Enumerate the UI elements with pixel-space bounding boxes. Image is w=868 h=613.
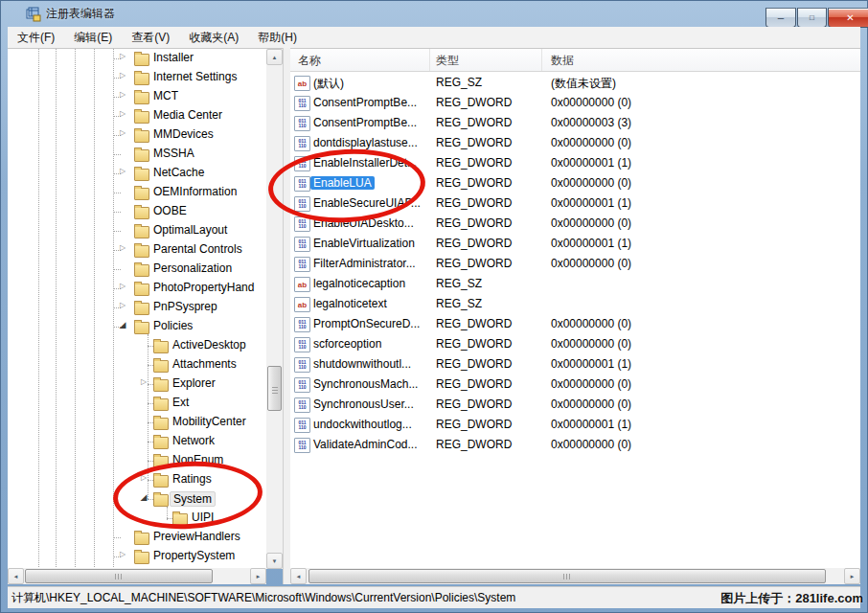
column-header-type[interactable]: 类型 (436, 53, 459, 69)
registry-value-row[interactable]: 011 110EnableUIADeskto...REG_DWORD0x0000… (290, 214, 860, 234)
list-hscrollbar-thumb[interactable] (308, 569, 826, 583)
expand-arrow-icon[interactable]: ▷ (117, 71, 128, 79)
registry-value-row[interactable]: 011 110EnableSecureUIAP...REG_DWORD0x000… (290, 193, 860, 214)
tree-item-label[interactable]: UIPI (189, 511, 217, 524)
expand-arrow-icon[interactable]: ▷ (138, 473, 149, 482)
tree-item-parental-controls[interactable]: ▷Parental Controls (8, 240, 283, 260)
menu-item-1[interactable]: 编辑(E) (64, 27, 122, 48)
tree-item-policies[interactable]: ◢Policies (8, 317, 283, 336)
menu-item-0[interactable]: 文件(F) (8, 27, 64, 48)
scroll-right-button[interactable]: ► (250, 568, 266, 584)
menu-item-3[interactable]: 收藏夹(A) (179, 27, 248, 48)
value-name[interactable]: SynchronousUser... (313, 397, 414, 411)
expand-arrow-icon[interactable]: ▷ (117, 52, 128, 60)
expand-arrow-icon[interactable]: ▷ (117, 90, 128, 99)
value-name[interactable]: ConsentPromptBe... (313, 116, 417, 129)
registry-value-row[interactable]: ablegalnoticecaptionREG_SZ (290, 274, 860, 294)
tree-item-label[interactable]: NetCache (150, 166, 207, 179)
tree-item-explorer[interactable]: ▷Explorer (8, 375, 283, 394)
tree-item-mssha[interactable]: MSSHA (8, 145, 283, 164)
registry-value-row[interactable]: 011 110scforceoptionREG_DWORD0x00000000 … (290, 334, 860, 354)
tree-item-label[interactable]: OOBE (150, 204, 190, 217)
tree-hscrollbar-thumb[interactable] (25, 569, 213, 583)
value-name[interactable]: legalnoticetext (313, 297, 387, 310)
value-name[interactable]: FilterAdministrator... (313, 257, 416, 270)
collapse-arrow-icon[interactable]: ◢ (117, 320, 128, 329)
registry-value-row[interactable]: 011 110shutdownwithoutl...REG_DWORD0x000… (290, 354, 860, 375)
expand-arrow-icon[interactable]: ▷ (117, 109, 128, 118)
registry-value-row[interactable]: ab(默认)REG_SZ(数值未设置) (290, 73, 860, 93)
value-name[interactable]: undockwithoutlog... (313, 418, 412, 431)
expand-arrow-icon[interactable]: ▷ (117, 550, 128, 558)
column-header-name[interactable]: 名称 (298, 53, 321, 69)
tree-item-attachments[interactable]: Attachments (8, 355, 283, 375)
tree-item-label[interactable]: Ratings (170, 472, 215, 486)
tree-item-media-center[interactable]: ▷Media Center (8, 106, 283, 125)
registry-value-row[interactable]: 011 110EnableVirtualizationREG_DWORD0x00… (290, 234, 860, 254)
tree-item-label[interactable]: Internet Settings (150, 70, 240, 83)
tree-item-netcache[interactable]: ▷NetCache (8, 164, 283, 183)
expand-arrow-icon[interactable]: ▷ (117, 282, 128, 290)
expand-arrow-icon[interactable]: ▷ (117, 128, 128, 137)
registry-value-row[interactable]: ablegalnoticetextREG_SZ (290, 294, 860, 314)
value-name[interactable]: scforceoption (313, 337, 381, 351)
tree-item-ext[interactable]: Ext (8, 394, 283, 413)
value-name[interactable]: EnableInstallerDet... (313, 156, 417, 170)
tree-item-label[interactable]: Policies (150, 319, 195, 332)
expand-arrow-icon[interactable]: ▷ (138, 377, 149, 386)
tree-item-mmdevices[interactable]: ▷MMDevices (8, 125, 283, 145)
tree-item-previewhandlers[interactable]: PreviewHandlers (8, 528, 283, 547)
tree-item-system[interactable]: ◢System (8, 489, 283, 509)
tree-scrollbar-thumb[interactable] (267, 366, 282, 411)
scroll-up-button[interactable]: ▲ (266, 49, 283, 65)
list-horizontal-scrollbar[interactable]: ◄ ► (290, 568, 860, 584)
registry-value-row[interactable]: 011 110EnableLUAREG_DWORD0x00000000 (0) (290, 173, 860, 193)
registry-value-row[interactable]: 011 110dontdisplaylastuse...REG_DWORD0x0… (290, 133, 860, 153)
tree-item-label[interactable]: Media Center (150, 108, 225, 122)
value-name[interactable]: SynchronousMach... (313, 377, 418, 391)
expand-arrow-icon[interactable]: ▷ (117, 167, 128, 175)
scroll-left-button[interactable]: ◄ (8, 568, 24, 584)
tree-item-propertysystem[interactable]: ▷PropertySystem (8, 547, 283, 566)
tree-item-photopropertyhand[interactable]: ▷PhotoPropertyHand (8, 279, 283, 298)
maximize-button[interactable]: □ (797, 8, 827, 28)
tree-item-label[interactable]: MMDevices (150, 127, 217, 141)
scroll-down-button[interactable]: ▼ (266, 553, 283, 569)
value-name[interactable]: ValidateAdminCod... (313, 438, 418, 451)
tree-item-nonenum[interactable]: NonEnum (8, 451, 283, 470)
menu-item-4[interactable]: 帮助(H) (248, 27, 307, 48)
registry-value-row[interactable]: 011 110undockwithoutlog...REG_DWORD0x000… (290, 415, 860, 435)
tree-item-label[interactable]: ActiveDesktop (170, 338, 249, 352)
value-name[interactable]: EnableVirtualization (313, 237, 415, 250)
collapse-arrow-icon[interactable]: ◢ (138, 492, 149, 502)
tree-item-oeminformation[interactable]: OEMInformation (8, 183, 283, 202)
menu-item-2[interactable]: 查看(V) (122, 27, 179, 48)
tree-item-activedesktop[interactable]: ActiveDesktop (8, 336, 283, 355)
tree-item-label[interactable]: MSSHA (150, 147, 197, 160)
column-separator[interactable] (429, 49, 430, 71)
value-name[interactable]: (默认) (313, 76, 344, 92)
tree-item-label[interactable]: MobilityCenter (170, 415, 249, 428)
registry-value-row[interactable]: 011 110FilterAdministrator...REG_DWORD0x… (290, 254, 860, 274)
tree-item-label[interactable]: Attachments (170, 357, 240, 371)
expand-arrow-icon[interactable]: ▷ (117, 301, 128, 309)
scroll-left-button[interactable]: ◄ (290, 568, 307, 584)
tree-item-ratings[interactable]: ▷Ratings (8, 470, 283, 489)
tree-item-internet-settings[interactable]: ▷Internet Settings (8, 68, 283, 87)
registry-value-row[interactable]: 011 110EnableInstallerDet...REG_DWORD0x0… (290, 153, 860, 173)
value-name[interactable]: EnableUIADeskto... (313, 216, 414, 230)
registry-value-row[interactable]: 011 110SynchronousMach...REG_DWORD0x0000… (290, 375, 860, 395)
tree-item-label[interactable]: Network (170, 434, 217, 447)
tree-item-label[interactable]: Ext (170, 396, 192, 409)
tree-item-label[interactable]: Explorer (170, 376, 218, 390)
expand-arrow-icon[interactable]: ▷ (117, 243, 128, 252)
registry-value-row[interactable]: 011 110ConsentPromptBe...REG_DWORD0x0000… (290, 93, 860, 113)
tree-item-pnpsysprep[interactable]: ▷PnPSysprep (8, 298, 283, 317)
tree-item-label[interactable]: PreviewHandlers (150, 530, 243, 543)
column-separator[interactable] (541, 49, 542, 71)
tree-item-label[interactable]: Personalization (150, 261, 235, 275)
minimize-button[interactable]: ─ (765, 8, 796, 28)
tree-item-optimallayout[interactable]: OptimalLayout (8, 221, 283, 240)
tree-item-label[interactable]: OEMInformation (150, 185, 240, 198)
tree-item-label[interactable]: PhotoPropertyHand (150, 281, 257, 294)
